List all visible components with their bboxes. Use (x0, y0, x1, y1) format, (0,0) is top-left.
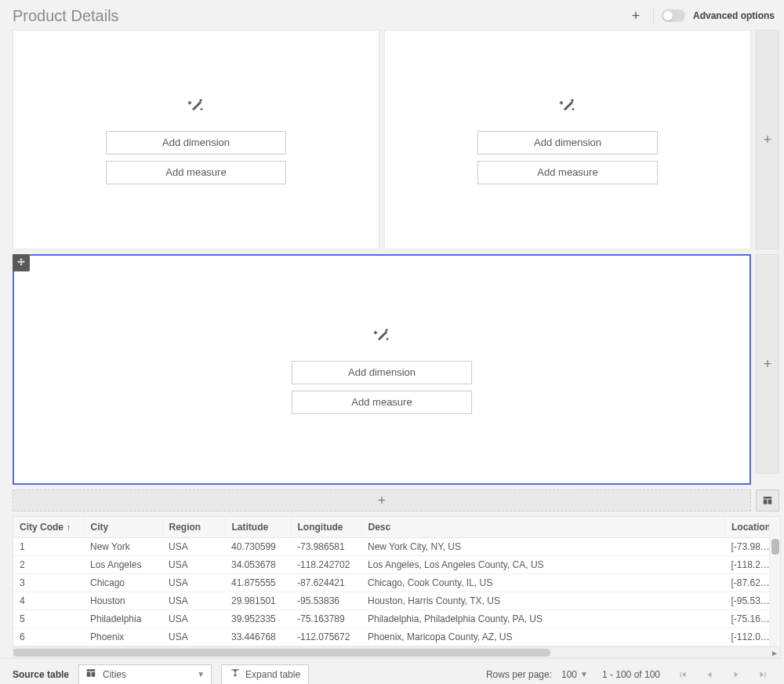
table-cell: Houston, Harris County, TX, US (361, 592, 725, 610)
move-handle-icon[interactable] (13, 254, 30, 271)
table-cell: Philadelphia (84, 610, 162, 628)
add-dimension-button[interactable]: Add dimension (477, 131, 658, 155)
table-cell: Phoenix, Maricopa County, AZ, US (361, 628, 725, 646)
footer-bar: Source table Cities ▼ Expand table Rows … (0, 658, 784, 684)
magic-wand-icon (187, 96, 205, 117)
add-dimension-button[interactable]: Add dimension (106, 131, 286, 155)
rows-per-page-label: Rows per page: (486, 669, 552, 680)
first-page-button[interactable] (674, 666, 691, 683)
table-row[interactable]: 6PhoenixUSA33.446768-112.075672Phoenix, … (13, 628, 780, 646)
source-table-label: Source table (13, 669, 69, 680)
header-actions: + Advanced options (626, 6, 775, 25)
table-cell: Los Angeles (84, 556, 162, 574)
magic-wand-icon (372, 326, 391, 347)
table-cell: New York (84, 538, 162, 556)
add-measure-button[interactable]: Add measure (292, 391, 472, 414)
table-cell: 41.875555 (225, 574, 291, 592)
expand-table-button[interactable]: Expand table (221, 664, 309, 685)
advanced-label: Advanced options (693, 10, 775, 21)
advanced-toggle[interactable] (662, 9, 685, 22)
source-table-name: Cities (103, 669, 191, 680)
add-measure-button[interactable]: Add measure (106, 161, 286, 184)
last-page-button[interactable] (754, 666, 771, 683)
table-header-row: City Code↑ City Region Latitude Longitud… (13, 517, 780, 538)
table-cell: Phoenix (84, 628, 162, 646)
table-row[interactable]: 4HoustonUSA29.981501-95.53836Houston, Ha… (13, 592, 780, 610)
table-row[interactable]: 5PhiladelphiaUSA39.952335-75.163789Phila… (13, 610, 780, 628)
chevron-down-icon: ▼ (580, 670, 588, 679)
table-row[interactable]: 1New YorkUSA40.730599-73.986581New York … (13, 538, 780, 556)
panel-row-1: Add dimension Add measure Add dimension … (13, 30, 751, 249)
table-view-toggle[interactable] (756, 489, 779, 511)
table-cell: 33.446768 (225, 628, 291, 646)
canvas: Add dimension Add measure Add dimension … (13, 30, 751, 485)
table-cell: USA (162, 574, 225, 592)
col-header-citycode[interactable]: City Code↑ (13, 517, 84, 538)
workspace: Add dimension Add measure Add dimension … (0, 30, 784, 485)
side-drop-slots: + + (756, 30, 779, 485)
magic-wand-icon (558, 96, 577, 117)
table-cell: 4 (13, 592, 84, 610)
table-cell: USA (162, 628, 225, 646)
table-cell: -87.624421 (291, 574, 361, 592)
table-cell: Houston (84, 592, 162, 610)
table-cell: 1 (13, 538, 84, 556)
table-cell: 5 (13, 610, 84, 628)
col-header-city[interactable]: City (84, 517, 162, 538)
viz-panel[interactable]: Add dimension Add measure (384, 30, 751, 249)
viz-panel-selected[interactable]: Add dimension Add measure (13, 254, 751, 485)
header-bar: Product Details + Advanced options (0, 0, 784, 30)
table-cell: USA (162, 592, 225, 610)
table-cell: 29.981501 (225, 592, 291, 610)
sort-asc-icon: ↑ (67, 522, 71, 532)
table-cell: Chicago (84, 574, 162, 592)
prev-page-button[interactable] (701, 666, 718, 683)
table-cell: Chicago, Cook County, IL, US (361, 574, 725, 592)
table-cell: Philadelphia, Philadelphia County, PA, U… (361, 610, 725, 628)
table-row[interactable]: 2Los AngelesUSA34.053678-118.242702Los A… (13, 556, 780, 574)
col-header-longitude[interactable]: Longitude (291, 517, 361, 538)
table-cell: -95.53836 (291, 592, 361, 610)
table-cell: 39.952335 (225, 610, 291, 628)
add-dimension-button[interactable]: Add dimension (292, 361, 472, 384)
table-cell: -75.163789 (291, 610, 361, 628)
col-header-latitude[interactable]: Latitude (225, 517, 291, 538)
data-table: City Code↑ City Region Latitude Longitud… (13, 516, 781, 658)
vertical-scrollbar[interactable] (769, 517, 780, 646)
table-cell: -73.986581 (291, 538, 361, 556)
table-cell: 40.730599 (225, 538, 291, 556)
add-measure-button[interactable]: Add measure (477, 161, 658, 184)
chevron-down-icon: ▼ (197, 670, 205, 679)
expand-icon (230, 668, 241, 681)
add-sheet-button[interactable]: + (626, 6, 645, 25)
divider (653, 7, 654, 24)
col-header-desc[interactable]: Desc (361, 517, 725, 538)
table-cell: New York City, NY, US (361, 538, 725, 556)
drop-slot-right-1[interactable]: + (756, 30, 779, 249)
horizontal-scrollbar[interactable]: ◄ ► (13, 646, 780, 657)
expand-table-label: Expand table (245, 669, 300, 680)
table-cell: 2 (13, 556, 84, 574)
table-row[interactable]: 3ChicagoUSA41.875555-87.624421Chicago, C… (13, 574, 780, 592)
bottom-slot-row: + (13, 489, 779, 511)
page-title: Product Details (13, 7, 626, 25)
col-header-region[interactable]: Region (162, 517, 225, 538)
table-cell: 3 (13, 574, 84, 592)
drop-slot-right-2[interactable]: + (756, 254, 779, 474)
vscroll-thumb[interactable] (771, 539, 779, 555)
source-table-select[interactable]: Cities ▼ (78, 664, 212, 685)
table-cell: USA (162, 610, 225, 628)
table-icon (85, 668, 96, 681)
table-cell: -118.242702 (291, 556, 361, 574)
table-cell: USA (162, 556, 225, 574)
table-cell: 6 (13, 628, 84, 646)
next-page-button[interactable] (728, 666, 745, 683)
viz-panel[interactable]: Add dimension Add measure (13, 30, 379, 249)
table-cell: 34.053678 (225, 556, 291, 574)
drop-slot-bottom[interactable]: + (13, 489, 751, 511)
scroll-right-icon[interactable]: ► (769, 647, 780, 658)
rows-per-page-select[interactable]: 100 ▼ (561, 669, 588, 680)
page-range: 1 - 100 of 100 (602, 669, 660, 680)
scroll-thumb[interactable] (13, 649, 550, 657)
table-cell: -112.075672 (291, 628, 361, 646)
